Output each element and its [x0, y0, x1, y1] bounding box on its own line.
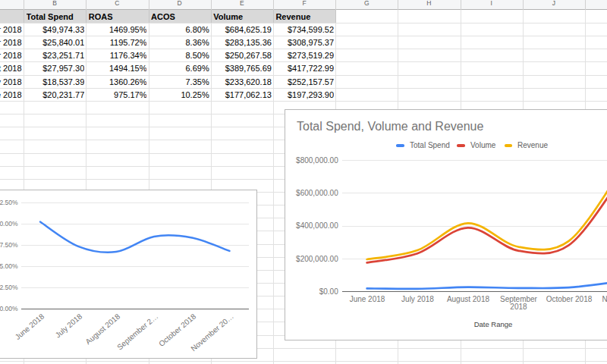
svg-text:October 2018: October 2018	[157, 312, 197, 348]
svg-text:July 2018: July 2018	[54, 312, 84, 339]
svg-text:June 2018: June 2018	[14, 312, 46, 341]
svg-text:September 2…: September 2…	[115, 312, 159, 351]
svg-text:August 2018: August 2018	[84, 312, 122, 346]
